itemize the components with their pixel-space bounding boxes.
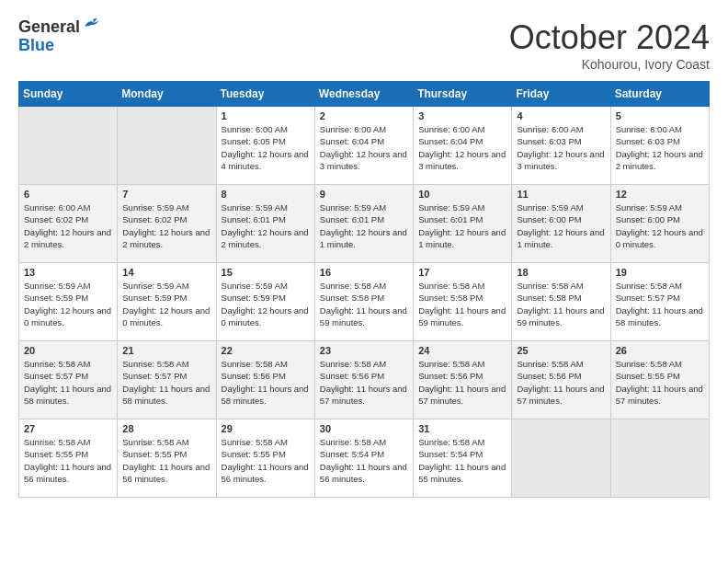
sunset-text: Sunset: 5:56 PM <box>222 371 286 381</box>
day-number: 7 <box>122 189 210 200</box>
sunrise-text: Sunrise: 6:00 AM <box>24 202 90 213</box>
day-number: 6 <box>24 189 112 200</box>
sunset-text: Sunset: 5:55 PM <box>222 449 286 459</box>
sunrise-text: Sunrise: 5:58 AM <box>616 359 682 369</box>
day-number: 1 <box>222 110 310 121</box>
calendar-cell: 13Sunrise: 5:59 AMSunset: 5:59 PMDayligh… <box>19 263 118 341</box>
calendar-cell: 22Sunrise: 5:58 AMSunset: 5:56 PMDayligh… <box>216 341 314 419</box>
calendar-cell: 19Sunrise: 5:58 AMSunset: 5:57 PMDayligh… <box>610 263 709 341</box>
day-number: 11 <box>517 189 605 200</box>
daylight-text: Daylight: 11 hours and 56 minutes. <box>122 462 210 484</box>
sunset-text: Sunset: 6:00 PM <box>517 214 581 224</box>
location-text: Kohourou, Ivory Coast <box>509 57 710 72</box>
calendar-cell: 16Sunrise: 5:58 AMSunset: 5:58 PMDayligh… <box>314 263 413 341</box>
daylight-text: Daylight: 11 hours and 58 minutes. <box>616 305 703 327</box>
sunrise-text: Sunrise: 5:59 AM <box>122 202 188 213</box>
day-number: 2 <box>320 110 408 121</box>
day-info: Sunrise: 5:59 AMSunset: 6:00 PMDaylight:… <box>517 201 605 250</box>
logo-blue-text: Blue <box>18 37 100 55</box>
calendar-cell: 21Sunrise: 5:58 AMSunset: 5:57 PMDayligh… <box>118 341 216 419</box>
sunrise-text: Sunrise: 5:59 AM <box>24 281 90 291</box>
sunrise-text: Sunrise: 5:59 AM <box>418 202 484 213</box>
sunset-text: Sunset: 6:00 PM <box>616 214 680 224</box>
sunset-text: Sunset: 6:02 PM <box>122 214 187 224</box>
sunrise-text: Sunrise: 5:59 AM <box>320 202 386 213</box>
daylight-text: Daylight: 12 hours and 2 minutes. <box>616 149 703 171</box>
day-info: Sunrise: 5:58 AMSunset: 5:54 PMDaylight:… <box>320 436 408 485</box>
sunset-text: Sunset: 5:57 PM <box>616 293 680 303</box>
calendar-cell <box>512 419 610 498</box>
calendar-cell: 30Sunrise: 5:58 AMSunset: 5:54 PMDayligh… <box>314 419 413 498</box>
logo-bird-icon <box>82 14 100 32</box>
day-number: 9 <box>320 189 408 200</box>
day-number: 15 <box>222 267 310 278</box>
calendar-cell <box>19 107 118 185</box>
sunset-text: Sunset: 5:55 PM <box>616 371 680 381</box>
calendar-cell: 14Sunrise: 5:59 AMSunset: 5:59 PMDayligh… <box>118 263 216 341</box>
day-info: Sunrise: 5:59 AMSunset: 6:01 PMDaylight:… <box>418 201 506 250</box>
daylight-text: Daylight: 11 hours and 58 minutes. <box>24 384 111 406</box>
calendar-table: SundayMondayTuesdayWednesdayThursdayFrid… <box>18 81 710 498</box>
day-number: 19 <box>616 267 704 278</box>
sunset-text: Sunset: 5:57 PM <box>122 371 187 381</box>
daylight-text: Daylight: 11 hours and 57 minutes. <box>517 384 604 406</box>
calendar-cell <box>610 419 709 498</box>
calendar-cell: 5Sunrise: 6:00 AMSunset: 6:03 PMDaylight… <box>610 107 709 185</box>
month-title: October 2024 <box>509 18 710 57</box>
daylight-text: Daylight: 12 hours and 1 minute. <box>418 227 506 249</box>
sunset-text: Sunset: 5:55 PM <box>24 449 88 459</box>
calendar-cell: 4Sunrise: 6:00 AMSunset: 6:03 PMDaylight… <box>512 107 610 185</box>
day-info: Sunrise: 5:59 AMSunset: 6:01 PMDaylight:… <box>222 201 310 250</box>
header-day-monday: Monday <box>118 82 216 107</box>
calendar-cell: 18Sunrise: 5:58 AMSunset: 5:58 PMDayligh… <box>512 263 610 341</box>
calendar-cell: 25Sunrise: 5:58 AMSunset: 5:56 PMDayligh… <box>512 341 610 419</box>
calendar-cell: 28Sunrise: 5:58 AMSunset: 5:55 PMDayligh… <box>118 419 216 498</box>
day-number: 31 <box>418 423 506 434</box>
daylight-text: Daylight: 11 hours and 56 minutes. <box>222 462 309 484</box>
daylight-text: Daylight: 11 hours and 58 minutes. <box>122 384 210 406</box>
day-info: Sunrise: 6:00 AMSunset: 6:04 PMDaylight:… <box>320 123 408 172</box>
sunset-text: Sunset: 6:05 PM <box>222 136 286 146</box>
daylight-text: Daylight: 12 hours and 3 minutes. <box>418 149 506 171</box>
daylight-text: Daylight: 12 hours and 4 minutes. <box>222 149 309 171</box>
day-number: 29 <box>222 423 310 434</box>
sunrise-text: Sunrise: 5:58 AM <box>122 359 188 369</box>
day-number: 25 <box>517 345 605 356</box>
sunrise-text: Sunrise: 6:00 AM <box>418 124 484 134</box>
day-number: 14 <box>122 267 210 278</box>
calendar-cell: 1Sunrise: 6:00 AMSunset: 6:05 PMDaylight… <box>216 107 314 185</box>
daylight-text: Daylight: 11 hours and 56 minutes. <box>24 462 111 484</box>
header-day-wednesday: Wednesday <box>314 82 413 107</box>
sunrise-text: Sunrise: 5:58 AM <box>320 281 386 291</box>
day-number: 30 <box>320 423 408 434</box>
day-info: Sunrise: 6:00 AMSunset: 6:05 PMDaylight:… <box>222 123 310 172</box>
calendar-cell: 29Sunrise: 5:58 AMSunset: 5:55 PMDayligh… <box>216 419 314 498</box>
daylight-text: Daylight: 12 hours and 1 minute. <box>517 227 604 249</box>
sunset-text: Sunset: 5:59 PM <box>222 293 286 303</box>
header-day-saturday: Saturday <box>610 82 709 107</box>
sunrise-text: Sunrise: 5:59 AM <box>517 202 583 213</box>
day-number: 23 <box>320 345 408 356</box>
day-number: 16 <box>320 267 408 278</box>
day-number: 20 <box>24 345 112 356</box>
header-day-tuesday: Tuesday <box>216 82 314 107</box>
sunrise-text: Sunrise: 5:58 AM <box>222 437 288 447</box>
day-number: 8 <box>222 189 310 200</box>
calendar-week-row: 20Sunrise: 5:58 AMSunset: 5:57 PMDayligh… <box>19 341 710 419</box>
day-info: Sunrise: 5:59 AMSunset: 5:59 PMDaylight:… <box>122 280 210 328</box>
day-info: Sunrise: 5:58 AMSunset: 5:58 PMDaylight:… <box>517 280 605 328</box>
sunset-text: Sunset: 5:59 PM <box>122 293 187 303</box>
page-header: General Blue October 2024 Kohourou, Ivor… <box>18 18 710 72</box>
day-info: Sunrise: 5:58 AMSunset: 5:55 PMDaylight:… <box>222 436 310 485</box>
calendar-week-row: 13Sunrise: 5:59 AMSunset: 5:59 PMDayligh… <box>19 263 710 341</box>
daylight-text: Daylight: 12 hours and 3 minutes. <box>320 149 407 171</box>
sunset-text: Sunset: 6:01 PM <box>222 214 286 224</box>
calendar-week-row: 1Sunrise: 6:00 AMSunset: 6:05 PMDaylight… <box>19 107 710 185</box>
sunrise-text: Sunrise: 6:00 AM <box>616 124 682 134</box>
day-number: 28 <box>122 423 210 434</box>
daylight-text: Daylight: 12 hours and 2 minutes. <box>24 227 111 249</box>
day-info: Sunrise: 5:59 AMSunset: 6:02 PMDaylight:… <box>122 201 210 250</box>
sunset-text: Sunset: 5:57 PM <box>24 371 88 381</box>
calendar-week-row: 27Sunrise: 5:58 AMSunset: 5:55 PMDayligh… <box>19 419 710 498</box>
day-info: Sunrise: 5:58 AMSunset: 5:57 PMDaylight:… <box>24 358 112 407</box>
